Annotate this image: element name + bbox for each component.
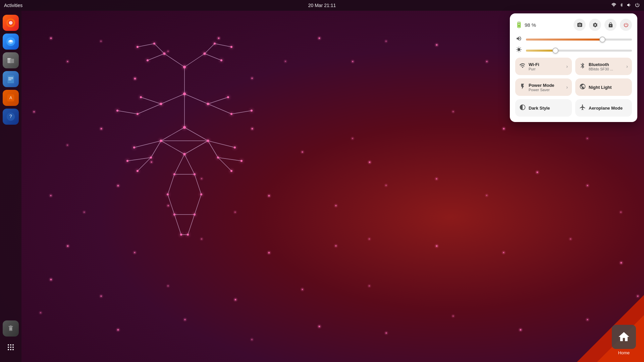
svg-text:?: ? [9,114,12,119]
bluetooth-toggle-button[interactable]: Bluetooth 8Bitdo SF30 ... › [575,58,632,75]
settings-button[interactable] [589,19,601,31]
home-label: Home [618,350,630,355]
svg-rect-8 [8,78,13,79]
dark-style-text: Dark Style [529,106,568,111]
svg-point-21 [10,344,11,346]
dock-item-trash[interactable] [3,320,19,337]
home-icon-button[interactable] [612,325,636,349]
brightness-slider-row [515,47,632,54]
wifi-toggle-icon [519,62,526,71]
dock-item-files[interactable] [3,52,19,68]
svg-rect-9 [8,80,11,80]
night-light-icon [579,83,586,92]
svg-point-20 [8,344,9,346]
activities-button[interactable]: Activities [4,3,22,8]
brightness-thumb[interactable] [552,48,558,54]
brightness-icon [515,47,523,54]
volume-fill [526,39,602,41]
quick-toggles-grid: Wi-Fi Purr › Bluetooth 8Bitdo SF30 ... ›… [515,58,632,117]
brightness-slider[interactable] [526,50,632,52]
aeroplane-mode-icon [579,104,586,112]
svg-text:A: A [9,96,12,100]
svg-point-25 [12,347,14,348]
dock-item-writer[interactable] [3,71,19,87]
volume-slider[interactable] [526,39,632,41]
bluetooth-status-icon[interactable] [619,2,624,9]
popup-header: 🔋 98 % [515,19,632,31]
battery-percent: 98 % [525,22,536,28]
wifi-toggle-text: Wi-Fi Purr [529,62,564,71]
svg-rect-7 [8,77,13,78]
home-widget: Home [610,325,637,355]
svg-point-27 [10,349,11,350]
volume-icon [515,36,523,43]
lock-button[interactable] [604,19,616,31]
night-light-button[interactable]: Night Light [575,78,632,96]
aeroplane-mode-button[interactable]: Aeroplane Mode [575,99,632,117]
bluetooth-toggle-icon [579,62,586,71]
dock-item-firefox[interactable] [3,15,19,31]
svg-rect-4 [7,58,10,60]
dark-style-icon [519,104,526,112]
wifi-toggle-arrow: › [566,64,568,69]
svg-rect-6 [7,76,14,83]
svg-point-26 [8,349,9,350]
dock-item-thunderbird[interactable] [3,34,19,50]
application-dock: A ? [0,11,21,362]
night-light-label: Night Light [589,85,612,90]
svg-point-1 [9,21,12,24]
volume-status-icon[interactable] [627,2,632,9]
wifi-toggle-subtitle: Purr [529,67,536,71]
bluetooth-toggle-text: Bluetooth 8Bitdo SF30 ... [589,62,624,71]
power-button[interactable] [620,19,632,31]
system-popup: 🔋 98 % [510,13,637,122]
svg-point-23 [8,347,9,348]
svg-point-28 [12,349,14,350]
wifi-toggle-button[interactable]: Wi-Fi Purr › [515,58,572,75]
screenshot-button[interactable] [574,19,586,31]
bluetooth-toggle-subtitle: 8Bitdo SF30 ... [589,67,613,71]
svg-point-22 [12,344,14,346]
bluetooth-toggle-arrow: › [626,64,628,69]
aeroplane-mode-label: Aeroplane Mode [589,106,623,111]
dark-style-label: Dark Style [529,106,550,111]
power-mode-icon [519,83,526,92]
volume-thumb[interactable] [599,37,605,43]
topbar-right-icons [611,2,640,9]
aeroplane-mode-text: Aeroplane Mode [589,106,628,111]
datetime-display[interactable]: 20 Mar 21:11 [308,3,336,8]
power-mode-label: Power Mode [529,83,554,88]
power-mode-subtitle: Power Saver [529,88,550,92]
topbar: Activities 20 Mar 21:11 [0,0,644,11]
popup-header-icons [574,19,632,31]
wifi-toggle-label: Wi-Fi [529,62,539,67]
svg-point-24 [10,347,11,348]
power-mode-arrow: › [566,84,568,90]
bluetooth-toggle-label: Bluetooth [589,62,609,67]
dock-item-app-grid[interactable] [3,339,19,355]
battery-icon: 🔋 [515,21,523,28]
dark-style-button[interactable]: Dark Style [515,99,572,117]
wifi-status-icon[interactable] [611,2,616,9]
battery-indicator: 🔋 98 % [515,21,536,28]
svg-rect-5 [10,59,14,63]
dock-item-appstore[interactable]: A [3,90,19,106]
volume-slider-row [515,36,632,43]
power-status-icon[interactable] [635,2,640,9]
svg-rect-16 [10,325,12,326]
dock-item-help[interactable]: ? [3,109,19,125]
power-mode-button[interactable]: Power Mode Power Saver › [515,78,572,96]
power-mode-text: Power Mode Power Saver [529,83,564,92]
night-light-text: Night Light [589,85,628,90]
brightness-fill [526,50,555,52]
svg-point-109 [579,24,580,25]
